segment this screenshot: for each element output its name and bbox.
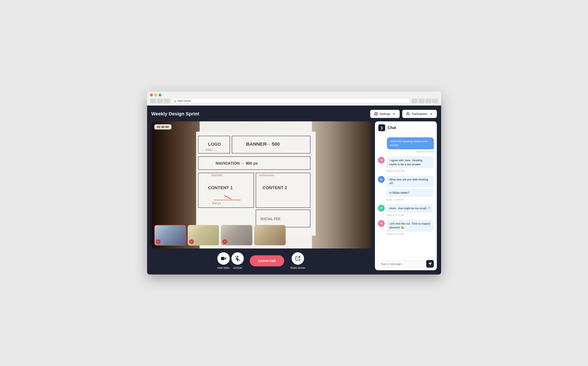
- nav-btn-2[interactable]: [157, 99, 163, 103]
- svg-text:FEATURE: FEATURE: [211, 174, 222, 176]
- unmute-button[interactable]: Unmute: [231, 252, 244, 269]
- nav-btn-1[interactable]: [150, 99, 156, 103]
- svg-point-0: [376, 114, 377, 114]
- svg-text:← 500 px →: ← 500 px →: [208, 202, 225, 205]
- lock-icon: 🔒: [174, 100, 176, 102]
- main-area: LOGO ← 200px → BANNER ← 500 NAVIGATION ←…: [151, 121, 437, 270]
- action-btn-1[interactable]: [412, 99, 418, 103]
- browser-toolbar: 🔒 https://www.: [150, 98, 438, 104]
- msg-content: I agree with Jane. Heading needs to be a…: [386, 156, 433, 172]
- hide-video-label: Hide video: [217, 267, 229, 269]
- message-row: JT Hmm...that might be too small...? Tod…: [378, 204, 434, 216]
- svg-text:CONTENT 1: CONTENT 1: [208, 185, 233, 190]
- message-bubble-al-1: What size are you both thinking of?: [386, 175, 433, 188]
- browser-chrome: 🔒 https://www.: [147, 92, 441, 106]
- browser-dots: [150, 94, 438, 96]
- share-screen-icon: [295, 256, 301, 261]
- gear-icon: [374, 112, 378, 116]
- chat-collapse-button[interactable]: ❯: [378, 124, 385, 131]
- mute-badge-3: ✕: [222, 239, 227, 244]
- action-btn-4[interactable]: [432, 99, 438, 103]
- settings-chevron-icon: [392, 112, 396, 116]
- address-bar[interactable]: 🔒 https://www.: [172, 98, 410, 104]
- mute-badge-1: ✕: [156, 239, 161, 244]
- leave-call-label: Leave call: [258, 259, 276, 263]
- camera-icon: [221, 256, 226, 261]
- msg-content: Hmm...that might be too small...? Today …: [386, 204, 433, 216]
- participants-chevron-icon: [429, 112, 433, 116]
- message-bubble-own-1: I think the heading needs to be smaller: [387, 137, 434, 149]
- share-screen-label: Share screen: [290, 267, 305, 269]
- message-time-1: Today at 10:02 AM: [416, 151, 434, 153]
- video-section: LOGO ← 200px → BANNER ← 500 NAVIGATION ←…: [151, 121, 371, 270]
- message-time-5: Today at 10:10 AM: [386, 214, 433, 216]
- participant-thumb-1[interactable]: ✕: [154, 225, 186, 245]
- message-bubble-ts-2: Let's test this out. Time to inspect ele…: [386, 220, 433, 232]
- close-dot[interactable]: [150, 94, 153, 96]
- svg-point-1: [407, 112, 408, 114]
- message-bubble-ts: I agree with Jane. Heading needs to be a…: [386, 156, 433, 168]
- address-text: https://www.: [178, 99, 191, 102]
- nav-btn-3[interactable]: [164, 99, 170, 103]
- send-icon: [428, 262, 432, 266]
- avatar-jt: JT: [378, 205, 385, 212]
- unmute-circle: [231, 252, 244, 265]
- unmute-label: Unmute: [233, 267, 242, 269]
- timer-text: 02:30:00: [157, 125, 169, 129]
- browser-actions: [412, 99, 438, 103]
- message-row: TS I agree with Jane. Heading needs to b…: [378, 156, 434, 172]
- chat-title: Chat: [388, 126, 396, 130]
- top-bar-actions: Settings Participants: [370, 110, 437, 118]
- message-time-2: Today at 10:02 AM: [386, 170, 433, 172]
- svg-line-27: [297, 256, 300, 259]
- hide-video-circle: [217, 252, 230, 265]
- msg-content: Let's test this out. Time to inspect ele…: [386, 220, 433, 235]
- svg-text:← 200px →: ← 200px →: [202, 148, 217, 151]
- message-row: I think the heading needs to be smaller …: [378, 137, 434, 153]
- video-container: LOGO ← 200px → BANNER ← 500 NAVIGATION ←…: [151, 121, 371, 249]
- chat-input[interactable]: [378, 260, 424, 268]
- hide-video-button[interactable]: Hide video: [217, 252, 230, 269]
- send-button[interactable]: [426, 260, 434, 268]
- settings-label: Settings: [380, 112, 391, 116]
- message-time-6: Today at 10:12 AM: [386, 233, 433, 235]
- participant-thumb-3[interactable]: ✕: [221, 225, 253, 245]
- message-time-4: Today at 10:05 AM: [386, 198, 433, 201]
- fullscreen-dot[interactable]: [159, 94, 161, 96]
- svg-text:INTRO/LOGO: INTRO/LOGO: [259, 174, 274, 176]
- message-row: AL What size are you both thinking of? I…: [378, 175, 434, 201]
- svg-text:SOCIAL FEE: SOCIAL FEE: [260, 217, 281, 221]
- participants-label: Participants: [412, 112, 427, 116]
- settings-button[interactable]: Settings: [370, 110, 400, 118]
- svg-text:← 500: ← 500: [266, 141, 280, 147]
- action-btn-2[interactable]: [418, 99, 424, 103]
- mic-off-icon: [235, 256, 240, 261]
- leave-call-button[interactable]: Leave call: [250, 255, 284, 267]
- participant-thumb-2[interactable]: ✕: [188, 225, 219, 245]
- svg-rect-23: [221, 257, 224, 260]
- participants-icon: [406, 112, 410, 116]
- browser-window: 🔒 https://www. Weekly Design Sprint: [147, 92, 441, 274]
- svg-text:CONTENT 2: CONTENT 2: [262, 185, 287, 190]
- person-right-bg: [312, 121, 371, 249]
- minimize-dot[interactable]: [154, 94, 157, 96]
- participant-thumb-4[interactable]: [254, 225, 286, 245]
- share-screen-circle: [292, 252, 304, 265]
- message-bubble-jt: Hmm...that might be too small...?: [386, 204, 433, 213]
- mute-badge-2: ✕: [189, 239, 194, 244]
- top-bar: Weekly Design Sprint Settings: [151, 110, 437, 118]
- nav-buttons: [150, 99, 170, 103]
- chat-panel: ❯ Chat I think the heading needs to be s…: [375, 121, 437, 270]
- avatar-ts: TS: [378, 157, 385, 164]
- msg-content: What size are you both thinking of? Is 5…: [386, 175, 433, 201]
- share-screen-button[interactable]: Share screen: [290, 252, 305, 269]
- chat-messages: I think the heading needs to be smaller …: [375, 134, 437, 257]
- svg-text:BANNER: BANNER: [246, 141, 267, 147]
- action-btn-3[interactable]: [425, 99, 431, 103]
- chevron-right-icon: ❯: [380, 126, 383, 130]
- chat-header: ❯ Chat: [375, 121, 437, 134]
- timer-badge: 02:30:00: [154, 124, 172, 130]
- participants-button[interactable]: Participants: [402, 110, 437, 118]
- avatar-al: AL: [378, 176, 385, 183]
- chat-input-area: [375, 257, 437, 270]
